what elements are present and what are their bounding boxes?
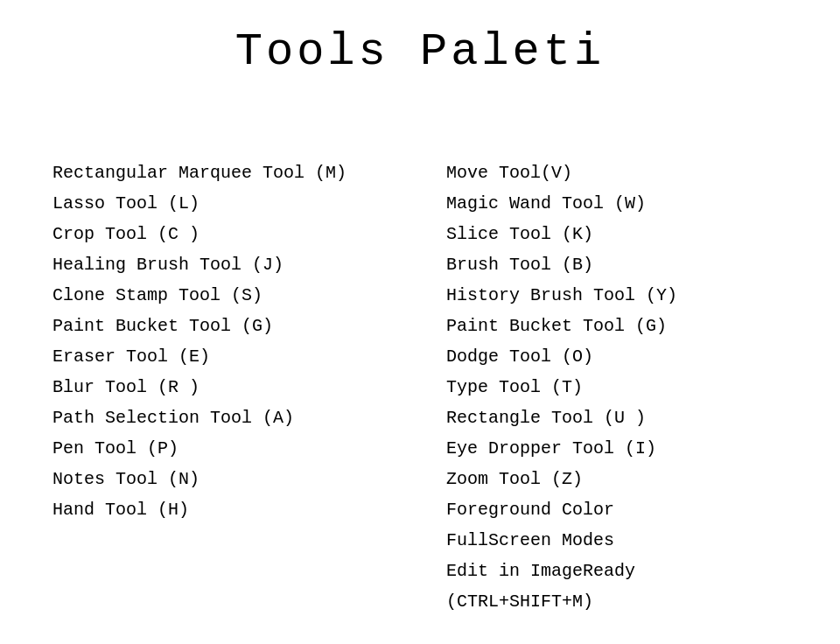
right-column: Move Tool(V)Magic Wand Tool (W)Slice Too…	[411, 158, 805, 617]
right-tool-item-14: (CTRL+SHIFT+M)	[446, 586, 805, 617]
right-tool-item-10: Zoom Tool (Z)	[446, 464, 805, 494]
left-tool-item-11: Hand Tool (H)	[52, 494, 411, 525]
right-tool-item-2: Slice Tool (K)	[446, 219, 805, 249]
left-tool-item-5: Paint Bucket Tool (G)	[52, 311, 411, 341]
left-tool-item-4: Clone Stamp Tool (S)	[52, 280, 411, 311]
right-tool-item-4: History Brush Tool (Y)	[446, 280, 805, 311]
left-tool-item-7: Blur Tool (R )	[52, 372, 411, 402]
right-tool-item-6: Dodge Tool (O)	[446, 341, 805, 372]
right-tool-item-1: Magic Wand Tool (W)	[446, 188, 805, 219]
left-tool-item-8: Path Selection Tool (A)	[52, 402, 411, 433]
right-tool-item-0: Move Tool(V)	[446, 158, 805, 188]
right-tool-item-12: FullScreen Modes	[446, 525, 805, 556]
right-tool-item-7: Type Tool (T)	[446, 372, 805, 402]
right-tool-item-11: Foreground Color	[446, 494, 805, 525]
right-tool-item-8: Rectangle Tool (U )	[446, 402, 805, 433]
left-tool-item-0: Rectangular Marquee Tool (M)	[52, 158, 411, 188]
left-tool-item-3: Healing Brush Tool (J)	[52, 249, 411, 280]
left-tool-item-10: Notes Tool (N)	[52, 464, 411, 494]
right-tool-item-5: Paint Bucket Tool (G)	[446, 311, 805, 341]
left-tool-item-9: Pen Tool (P)	[52, 433, 411, 464]
page-title: Tools Paleti	[0, 26, 840, 78]
right-tool-item-9: Eye Dropper Tool (I)	[446, 433, 805, 464]
left-tool-item-1: Lasso Tool (L)	[52, 188, 411, 219]
left-column: Rectangular Marquee Tool (M)Lasso Tool (…	[35, 158, 411, 617]
content-area: Rectangular Marquee Tool (M)Lasso Tool (…	[0, 158, 840, 617]
right-tool-item-13: Edit in ImageReady	[446, 556, 805, 586]
right-tool-item-3: Brush Tool (B)	[446, 249, 805, 280]
left-tool-item-6: Eraser Tool (E)	[52, 341, 411, 372]
left-tool-item-2: Crop Tool (C )	[52, 219, 411, 249]
